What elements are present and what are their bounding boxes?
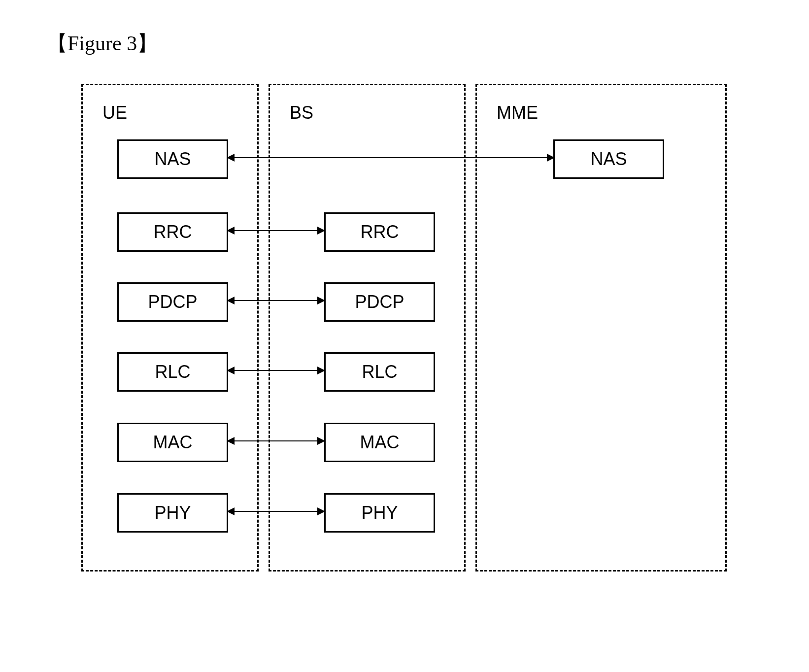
arrow-rrc-left-head	[227, 227, 235, 235]
column-mme-label: MME	[497, 102, 538, 123]
arrow-mac-left-head	[227, 437, 235, 445]
arrow-rlc	[229, 370, 322, 371]
ue-nas-box: NAS	[117, 139, 228, 179]
arrow-pdcp	[229, 300, 322, 301]
arrow-nas-left-head	[227, 154, 235, 162]
bs-phy-box: PHY	[324, 493, 435, 533]
column-ue-label: UE	[102, 102, 127, 123]
ue-rrc-box: RRC	[117, 212, 228, 252]
bs-rrc-box: RRC	[324, 212, 435, 252]
column-bs-label: BS	[290, 102, 313, 123]
mme-nas-box: NAS	[553, 139, 664, 179]
arrow-rlc-left-head	[227, 367, 235, 374]
ue-mac-box: MAC	[117, 423, 228, 462]
ue-rlc-box: RLC	[117, 352, 228, 392]
arrow-phy-right-head	[317, 507, 325, 515]
arrow-mac-right-head	[317, 437, 325, 445]
arrow-nas-right-head	[547, 154, 555, 162]
arrow-nas	[229, 157, 552, 158]
ue-phy-box: PHY	[117, 493, 228, 533]
arrow-rrc	[229, 230, 322, 231]
bs-pdcp-box: PDCP	[324, 282, 435, 322]
bs-rlc-box: RLC	[324, 352, 435, 392]
arrow-pdcp-left-head	[227, 297, 235, 304]
arrow-phy-left-head	[227, 507, 235, 515]
ue-pdcp-box: PDCP	[117, 282, 228, 322]
diagram-container: UE NAS RRC PDCP RLC MAC PHY BS RRC PDCP …	[81, 84, 732, 571]
arrow-phy	[229, 511, 322, 512]
arrow-pdcp-right-head	[317, 297, 325, 304]
bs-mac-box: MAC	[324, 423, 435, 462]
arrow-rrc-right-head	[317, 227, 325, 235]
figure-label: 【Figure 3】	[47, 30, 158, 57]
arrow-rlc-right-head	[317, 367, 325, 374]
arrow-mac	[229, 440, 322, 441]
